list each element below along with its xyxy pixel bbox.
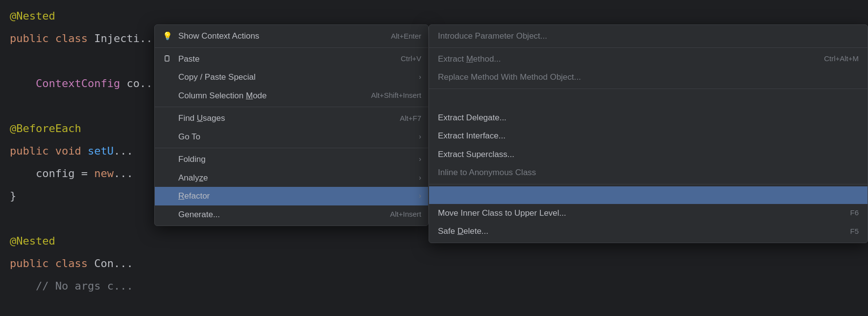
menu-item-generate[interactable]: Generate... Alt+Insert <box>155 205 428 224</box>
code-line-1: @Nested <box>10 10 55 22</box>
menu-item-show-context-actions[interactable]: 💡 Show Context Actions Alt+Enter <box>155 27 428 45</box>
submenu-separator-1 <box>429 47 868 48</box>
submenu-item-copy-class[interactable]: Move Inner Class to Upper Level... F6 <box>429 204 868 223</box>
menu-item-column-selection-mode[interactable]: Column Selection Mode Alt+Shift+Insert <box>155 87 428 105</box>
submenu-item-find-replace-duplicates[interactable]: Inline to Anonymous Class <box>429 163 868 182</box>
separator-1 <box>155 47 428 48</box>
menu-item-find-usages[interactable]: Find Usages Alt+F7 <box>155 109 428 128</box>
submenu-arrow-refactor: › <box>419 191 421 201</box>
svg-rect-1 <box>166 55 168 56</box>
column-selection-label: Column Selection Mode <box>178 90 267 102</box>
submenu-arrow-copy-paste: › <box>419 72 421 82</box>
submenu-item-inline-anonymous[interactable]: Extract Superclass... <box>429 145 868 164</box>
submenu-arrow-goto: › <box>419 132 421 142</box>
menu-item-analyze[interactable]: Analyze › <box>155 169 428 187</box>
menu-item-refactor[interactable]: Refactor › <box>155 187 428 205</box>
submenu-item-extract-method[interactable]: Extract Method... Ctrl+Alt+M <box>429 50 868 68</box>
submenu-item-extract-interface[interactable]: Extract Delegate... <box>429 109 868 127</box>
submenu-separator-2 <box>429 89 868 89</box>
svg-rect-0 <box>165 56 169 61</box>
separator-3 <box>155 148 428 148</box>
submenu-item-introduce-parameter-object[interactable]: Introduce Parameter Object... <box>429 27 868 45</box>
menu-item-copy-paste-special[interactable]: Copy / Paste Special › <box>155 68 428 87</box>
submenu-item-safe-delete[interactable]: Safe Delete... F5 <box>429 222 868 241</box>
menu-item-folding[interactable]: Folding › <box>155 150 428 169</box>
submenu-separator-3 <box>429 184 868 184</box>
extract-method-label: Extract Method... <box>438 53 501 66</box>
separator-2 <box>155 107 428 107</box>
submenu-item-move-inner-class[interactable] <box>429 186 868 204</box>
menu-item-paste[interactable]: Paste Ctrl+V <box>155 50 428 68</box>
paste-icon <box>162 55 173 63</box>
refactor-submenu: Introduce Parameter Object... Extract Me… <box>429 24 868 243</box>
safe-delete-label: Safe Delete... <box>438 225 488 238</box>
bulb-icon: 💡 <box>162 30 173 42</box>
submenu-arrow-folding: › <box>419 154 421 164</box>
find-usages-label: Find Usages <box>178 112 225 125</box>
submenu-item-extract-delegate[interactable] <box>429 91 868 109</box>
submenu-item-extract-superclass[interactable]: Extract Interface... <box>429 127 868 145</box>
menu-item-go-to[interactable]: Go To › <box>155 128 428 146</box>
context-menu: 💡 Show Context Actions Alt+Enter Paste C… <box>154 24 429 226</box>
analyze-label: Analyze <box>178 172 208 184</box>
refactor-label: Refactor <box>178 190 210 203</box>
submenu-arrow-analyze: › <box>419 173 421 183</box>
submenu-item-replace-method[interactable]: Replace Method With Method Object... <box>429 68 868 87</box>
